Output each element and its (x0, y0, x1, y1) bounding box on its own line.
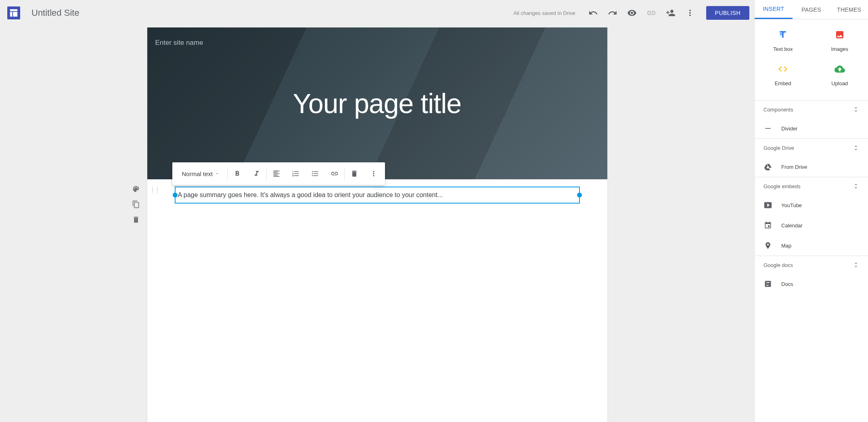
text-style-select[interactable]: Normal text (174, 162, 228, 185)
drive-icon (763, 162, 772, 171)
item-map[interactable]: Map (755, 235, 868, 256)
section-google-drive[interactable]: Google Drive (755, 139, 868, 157)
section-google-embeds[interactable]: Google embeds (755, 177, 868, 195)
text-style-label: Normal text (182, 170, 213, 177)
tab-insert[interactable]: INSERT (755, 0, 793, 19)
site-name-input[interactable]: Enter site name (155, 39, 203, 47)
collapse-icon (853, 262, 859, 268)
insert-text-box-label: Text box (773, 46, 793, 52)
collapse-icon (853, 106, 859, 113)
insert-upload-label: Upload (831, 80, 848, 86)
insert-images-label: Images (831, 46, 848, 52)
collapse-icon (853, 183, 859, 189)
svg-rect-1 (10, 12, 13, 17)
link-button[interactable] (642, 3, 661, 23)
item-divider[interactable]: Divider (755, 118, 868, 139)
images-icon (834, 29, 845, 40)
delete-button[interactable] (345, 162, 364, 185)
italic-button[interactable] (247, 162, 266, 185)
right-resize-handle[interactable] (577, 193, 582, 197)
collapse-icon (853, 145, 859, 151)
upload-icon (834, 63, 845, 75)
left-resize-handle[interactable] (173, 193, 178, 197)
item-calendar[interactable]: Calendar (755, 215, 868, 235)
tab-themes[interactable]: THEMES (830, 0, 868, 19)
page-title[interactable]: Your page title (293, 88, 461, 119)
preview-button[interactable] (622, 3, 642, 23)
insert-upload[interactable]: Upload (812, 58, 868, 92)
text-format-toolbar: Normal text (172, 162, 385, 185)
delete-section-button[interactable] (130, 213, 142, 226)
section-components[interactable]: Components (755, 100, 868, 118)
svg-rect-0 (10, 9, 17, 11)
bullet-list-button[interactable] (305, 162, 325, 185)
youtube-icon (763, 201, 772, 210)
align-button[interactable] (267, 162, 286, 185)
more-button[interactable] (680, 3, 700, 23)
insert-text-box[interactable]: Text box (755, 23, 812, 58)
summary-text-box[interactable]: ::::: A page summary goes here. It's alw… (175, 187, 580, 204)
divider-icon (763, 124, 772, 133)
save-status: All changes saved in Drive (513, 10, 575, 16)
hero-section[interactable]: Enter site name Your page title (147, 27, 607, 179)
insert-embed-label: Embed (775, 80, 791, 86)
side-panel: INSERT PAGES THEMES Text box Images (754, 0, 868, 422)
item-youtube[interactable]: YouTube (755, 195, 868, 215)
item-from-drive[interactable]: From Drive (755, 157, 868, 177)
redo-button[interactable] (603, 3, 622, 23)
summary-text[interactable]: A page summary goes here. It's always a … (178, 191, 443, 198)
insert-images[interactable]: Images (812, 23, 868, 58)
embed-icon (777, 63, 789, 75)
page-canvas[interactable]: Enter site name Your page title Normal t… (147, 27, 607, 422)
tab-pages[interactable]: PAGES (793, 0, 830, 19)
drag-handle-icon[interactable]: ⋮⋮⋮⋮ (150, 188, 159, 192)
app-logo (7, 6, 20, 19)
insert-embed[interactable]: Embed (755, 58, 812, 92)
docs-icon (763, 279, 772, 288)
palette-button[interactable] (130, 183, 142, 195)
toolbar-more-button[interactable] (364, 162, 383, 185)
top-resize-handle[interactable]: ::::: (373, 186, 381, 191)
numbered-list-button[interactable] (286, 162, 305, 185)
svg-rect-3 (765, 128, 770, 129)
insert-link-button[interactable] (325, 162, 344, 185)
svg-rect-2 (13, 12, 17, 17)
section-tools (130, 183, 142, 226)
section-google-docs[interactable]: Google docs (755, 256, 868, 274)
map-icon (763, 241, 772, 250)
text-box-icon (777, 29, 789, 40)
share-button[interactable] (661, 3, 680, 23)
calendar-icon (763, 221, 772, 230)
bold-button[interactable] (228, 162, 247, 185)
duplicate-button[interactable] (130, 198, 142, 211)
publish-button[interactable]: PUBLISH (706, 6, 749, 20)
app-header: Untitled Site All changes saved in Drive… (0, 0, 754, 26)
item-docs[interactable]: Docs (755, 274, 868, 294)
site-title[interactable]: Untitled Site (31, 8, 79, 18)
undo-button[interactable] (584, 3, 603, 23)
